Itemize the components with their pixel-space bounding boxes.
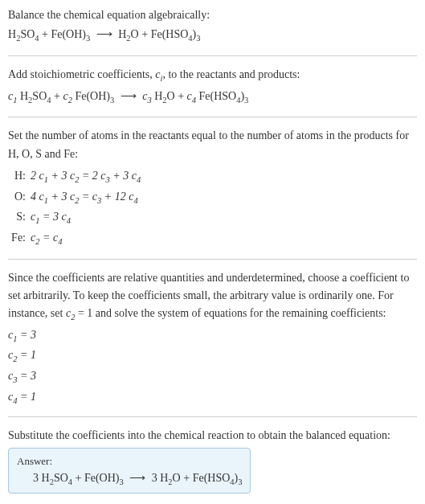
atom-equation: 2 c1 + 3 c2 = 2 c3 + 3 c4 [31,166,141,187]
step-text: Since the coefficients are relative quan… [8,269,417,325]
coeff-c1: c1 = 3 [8,326,417,346]
step-atom-balance: Set the number of atoms in the reactants… [8,127,417,248]
product-1: H2O [118,28,139,40]
coeff-c4: c4 = 1 [8,388,417,408]
divider [8,416,417,417]
atom-label: H: [8,166,31,186]
atom-equation: 4 c1 + 3 c2 = c3 + 12 c4 [31,187,138,208]
step-text: Add stoichiometric coefficients, ci, to … [8,66,417,86]
arrow-icon: ⟶ [117,90,140,102]
product-1: H2O [154,90,175,102]
step-solve: Since the coefficients are relative quan… [8,269,417,408]
step-add-coefficients: Add stoichiometric coefficients, ci, to … [8,66,417,107]
product-2: Fe(HSO4)3 [151,28,201,40]
divider [8,55,417,56]
balanced-equation: 3 H2SO4 + Fe(OH)3 ⟶ 3 H2O + Fe(HSO4)3 [17,471,242,486]
coefficient-solution-list: c1 = 3 c2 = 1 c3 = 3 c4 = 1 [8,326,417,407]
answer-label: Answer: [17,455,242,468]
product-2: Fe(HSO4)3 [199,90,249,102]
atom-row-h: H: 2 c1 + 3 c2 = 2 c3 + 3 c4 [8,166,417,187]
atom-row-fe: Fe: c2 = c4 [8,228,417,249]
coeff-c2: c2 = 1 [8,346,417,366]
divider [8,259,417,260]
atom-label: Fe: [8,228,31,248]
answer-box: Answer: 3 H2SO4 + Fe(OH)3 ⟶ 3 H2O + Fe(H… [8,448,251,494]
unbalanced-equation: H2SO4 + Fe(OH)3 ⟶ H2O + Fe(HSO4)3 [8,26,417,46]
atom-row-s: S: c1 = 3 c4 [8,207,417,228]
reactant-2: Fe(OH)3 [75,90,114,102]
coeff-c3: c3 = 3 [8,367,417,387]
atom-label: S: [8,207,31,227]
atom-balance-table: H: 2 c1 + 3 c2 = 2 c3 + 3 c4 O: 4 c1 + 3… [8,166,417,249]
atom-equation: c2 = c4 [31,228,62,249]
problem-statement: Balance the chemical equation algebraica… [8,6,417,46]
plus-sign: + [39,28,51,40]
step-text: Set the number of atoms in the reactants… [8,127,417,163]
reactant-1: H2SO4 [8,28,39,40]
reactant-2: Fe(OH)3 [51,28,90,40]
title: Balance the chemical equation algebraica… [8,6,417,24]
divider [8,117,417,117]
reactant-1: H2SO4 [20,90,51,102]
step-substitute: Substitute the coefficients into the che… [8,427,417,494]
plus-sign: + [139,28,151,40]
atom-label: O: [8,187,31,207]
atom-row-o: O: 4 c1 + 3 c2 = c3 + 12 c4 [8,187,417,208]
equation-with-coeffs: c1 H2SO4 + c2 Fe(OH)3 ⟶ c3 H2O + c4 Fe(H… [8,88,417,108]
arrow-icon: ⟶ [93,28,116,40]
step-text: Substitute the coefficients into the che… [8,427,417,445]
arrow-icon: ⟶ [126,472,149,484]
atom-equation: c1 = 3 c4 [31,207,71,228]
